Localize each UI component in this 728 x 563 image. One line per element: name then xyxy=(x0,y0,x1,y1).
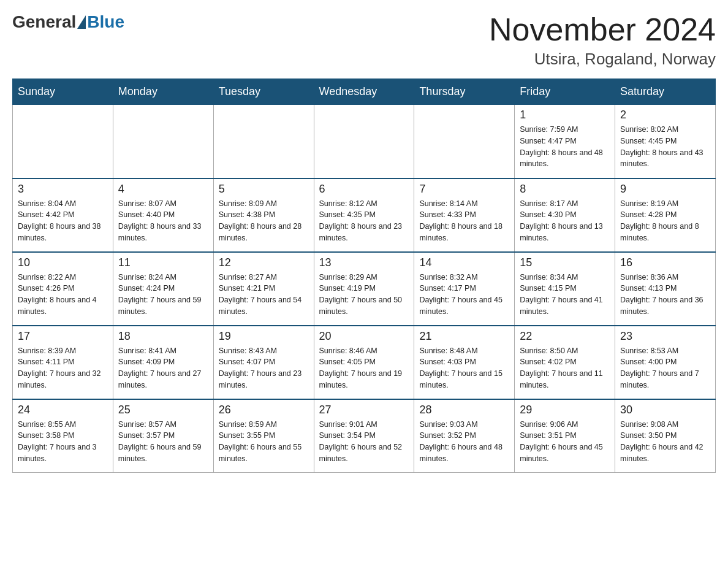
day-info: Sunrise: 8:27 AMSunset: 4:21 PMDaylight:… xyxy=(219,272,309,318)
day-info: Sunrise: 7:59 AMSunset: 4:47 PMDaylight:… xyxy=(520,124,610,170)
day-number: 3 xyxy=(18,183,108,196)
header-cell-tuesday: Tuesday xyxy=(213,79,314,105)
day-info: Sunrise: 8:29 AMSunset: 4:19 PMDaylight:… xyxy=(319,272,409,318)
header-row: SundayMondayTuesdayWednesdayThursdayFrid… xyxy=(13,79,716,105)
day-info: Sunrise: 8:46 AMSunset: 4:05 PMDaylight:… xyxy=(319,345,409,391)
day-cell: 3Sunrise: 8:04 AMSunset: 4:42 PMDaylight… xyxy=(13,178,113,252)
day-info: Sunrise: 8:53 AMSunset: 4:00 PMDaylight:… xyxy=(620,345,710,391)
day-cell: 27Sunrise: 9:01 AMSunset: 3:54 PMDayligh… xyxy=(314,399,414,473)
day-cell: 26Sunrise: 8:59 AMSunset: 3:55 PMDayligh… xyxy=(213,399,314,473)
day-number: 18 xyxy=(118,330,208,343)
page-header: General Blue November 2024 Utsira, Rogal… xyxy=(12,12,716,69)
day-cell: 18Sunrise: 8:41 AMSunset: 4:09 PMDayligh… xyxy=(113,326,213,399)
day-cell xyxy=(314,105,414,178)
day-cell: 5Sunrise: 8:09 AMSunset: 4:38 PMDaylight… xyxy=(213,178,314,252)
month-title: November 2024 xyxy=(489,12,716,47)
week-row-3: 10Sunrise: 8:22 AMSunset: 4:26 PMDayligh… xyxy=(13,252,716,326)
day-info: Sunrise: 8:14 AMSunset: 4:33 PMDaylight:… xyxy=(419,198,509,244)
day-info: Sunrise: 8:55 AMSunset: 3:58 PMDaylight:… xyxy=(18,419,108,465)
day-cell xyxy=(213,105,314,178)
logo-area: General Blue xyxy=(12,12,124,32)
day-cell: 30Sunrise: 9:08 AMSunset: 3:50 PMDayligh… xyxy=(615,399,716,473)
day-cell: 1Sunrise: 7:59 AMSunset: 4:47 PMDaylight… xyxy=(515,105,615,178)
day-cell: 29Sunrise: 9:06 AMSunset: 3:51 PMDayligh… xyxy=(515,399,615,473)
day-cell xyxy=(13,105,113,178)
day-number: 22 xyxy=(520,330,610,343)
day-info: Sunrise: 8:48 AMSunset: 4:03 PMDaylight:… xyxy=(419,345,509,391)
week-row-4: 17Sunrise: 8:39 AMSunset: 4:11 PMDayligh… xyxy=(13,326,716,399)
day-number: 19 xyxy=(219,330,309,343)
day-info: Sunrise: 9:08 AMSunset: 3:50 PMDaylight:… xyxy=(620,419,710,465)
day-cell: 23Sunrise: 8:53 AMSunset: 4:00 PMDayligh… xyxy=(615,326,716,399)
day-cell xyxy=(113,105,213,178)
day-info: Sunrise: 9:06 AMSunset: 3:51 PMDaylight:… xyxy=(520,419,610,465)
logo-general-text: General xyxy=(12,12,76,32)
day-info: Sunrise: 8:39 AMSunset: 4:11 PMDaylight:… xyxy=(18,345,108,391)
day-info: Sunrise: 8:19 AMSunset: 4:28 PMDaylight:… xyxy=(620,198,710,244)
day-number: 24 xyxy=(18,404,108,416)
header-cell-wednesday: Wednesday xyxy=(314,79,414,105)
day-cell: 17Sunrise: 8:39 AMSunset: 4:11 PMDayligh… xyxy=(13,326,113,399)
logo: General Blue xyxy=(12,12,124,32)
day-info: Sunrise: 8:59 AMSunset: 3:55 PMDaylight:… xyxy=(219,419,309,465)
week-row-2: 3Sunrise: 8:04 AMSunset: 4:42 PMDaylight… xyxy=(13,178,716,252)
day-cell: 12Sunrise: 8:27 AMSunset: 4:21 PMDayligh… xyxy=(213,252,314,326)
day-cell: 7Sunrise: 8:14 AMSunset: 4:33 PMDaylight… xyxy=(414,178,515,252)
day-cell: 15Sunrise: 8:34 AMSunset: 4:15 PMDayligh… xyxy=(515,252,615,326)
day-cell: 2Sunrise: 8:02 AMSunset: 4:45 PMDaylight… xyxy=(615,105,716,178)
day-cell xyxy=(414,105,515,178)
day-info: Sunrise: 8:04 AMSunset: 4:42 PMDaylight:… xyxy=(18,198,108,244)
day-info: Sunrise: 8:07 AMSunset: 4:40 PMDaylight:… xyxy=(118,198,208,244)
header-cell-thursday: Thursday xyxy=(414,79,515,105)
header-cell-monday: Monday xyxy=(113,79,213,105)
week-row-5: 24Sunrise: 8:55 AMSunset: 3:58 PMDayligh… xyxy=(13,399,716,473)
day-number: 16 xyxy=(620,256,710,269)
day-number: 5 xyxy=(219,183,309,196)
day-number: 13 xyxy=(319,256,409,269)
header-cell-sunday: Sunday xyxy=(13,79,113,105)
day-number: 20 xyxy=(319,330,409,343)
day-number: 10 xyxy=(18,256,108,269)
day-cell: 16Sunrise: 8:36 AMSunset: 4:13 PMDayligh… xyxy=(615,252,716,326)
calendar-table: SundayMondayTuesdayWednesdayThursdayFrid… xyxy=(12,79,716,473)
day-cell: 8Sunrise: 8:17 AMSunset: 4:30 PMDaylight… xyxy=(515,178,615,252)
calendar-header: SundayMondayTuesdayWednesdayThursdayFrid… xyxy=(13,79,716,105)
day-cell: 20Sunrise: 8:46 AMSunset: 4:05 PMDayligh… xyxy=(314,326,414,399)
day-info: Sunrise: 8:24 AMSunset: 4:24 PMDaylight:… xyxy=(118,272,208,318)
day-cell: 28Sunrise: 9:03 AMSunset: 3:52 PMDayligh… xyxy=(414,399,515,473)
day-cell: 25Sunrise: 8:57 AMSunset: 3:57 PMDayligh… xyxy=(113,399,213,473)
day-info: Sunrise: 9:01 AMSunset: 3:54 PMDaylight:… xyxy=(319,419,409,465)
day-number: 28 xyxy=(419,404,509,416)
header-cell-friday: Friday xyxy=(515,79,615,105)
day-info: Sunrise: 8:22 AMSunset: 4:26 PMDaylight:… xyxy=(18,272,108,318)
day-number: 7 xyxy=(419,183,509,196)
day-cell: 19Sunrise: 8:43 AMSunset: 4:07 PMDayligh… xyxy=(213,326,314,399)
day-info: Sunrise: 9:03 AMSunset: 3:52 PMDaylight:… xyxy=(419,419,509,465)
day-cell: 4Sunrise: 8:07 AMSunset: 4:40 PMDaylight… xyxy=(113,178,213,252)
day-cell: 9Sunrise: 8:19 AMSunset: 4:28 PMDaylight… xyxy=(615,178,716,252)
day-info: Sunrise: 8:12 AMSunset: 4:35 PMDaylight:… xyxy=(319,198,409,244)
day-cell: 11Sunrise: 8:24 AMSunset: 4:24 PMDayligh… xyxy=(113,252,213,326)
day-number: 2 xyxy=(620,109,710,121)
day-cell: 13Sunrise: 8:29 AMSunset: 4:19 PMDayligh… xyxy=(314,252,414,326)
day-cell: 14Sunrise: 8:32 AMSunset: 4:17 PMDayligh… xyxy=(414,252,515,326)
day-cell: 21Sunrise: 8:48 AMSunset: 4:03 PMDayligh… xyxy=(414,326,515,399)
location-subtitle: Utsira, Rogaland, Norway xyxy=(489,50,716,69)
day-number: 30 xyxy=(620,404,710,416)
day-number: 15 xyxy=(520,256,610,269)
day-number: 23 xyxy=(620,330,710,343)
day-number: 11 xyxy=(118,256,208,269)
day-info: Sunrise: 8:34 AMSunset: 4:15 PMDaylight:… xyxy=(520,272,610,318)
day-number: 8 xyxy=(520,183,610,196)
day-info: Sunrise: 8:43 AMSunset: 4:07 PMDaylight:… xyxy=(219,345,309,391)
day-number: 12 xyxy=(219,256,309,269)
day-number: 9 xyxy=(620,183,710,196)
day-info: Sunrise: 8:02 AMSunset: 4:45 PMDaylight:… xyxy=(620,124,710,170)
day-cell: 6Sunrise: 8:12 AMSunset: 4:35 PMDaylight… xyxy=(314,178,414,252)
calendar-body: 1Sunrise: 7:59 AMSunset: 4:47 PMDaylight… xyxy=(13,105,716,473)
day-number: 6 xyxy=(319,183,409,196)
day-info: Sunrise: 8:32 AMSunset: 4:17 PMDaylight:… xyxy=(419,272,509,318)
header-cell-saturday: Saturday xyxy=(615,79,716,105)
day-number: 1 xyxy=(520,109,610,121)
day-number: 25 xyxy=(118,404,208,416)
